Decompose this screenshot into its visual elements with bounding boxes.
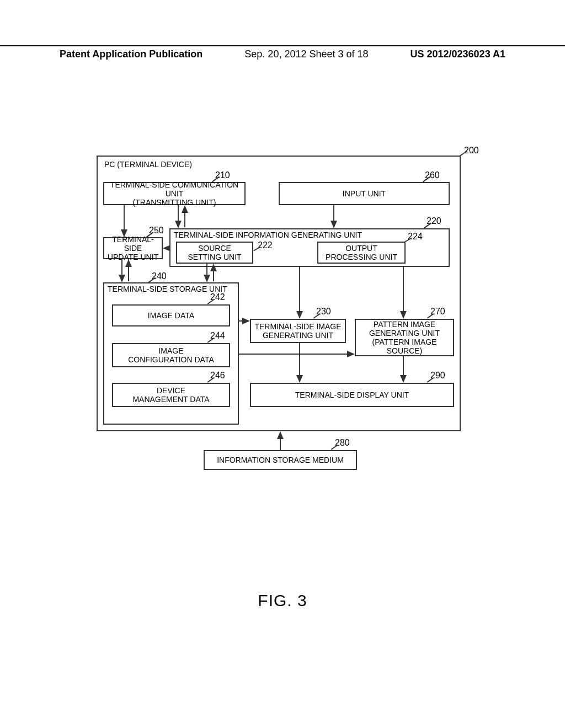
label-242: IMAGE DATA: [148, 311, 194, 320]
label-224: OUTPUT PROCESSING UNIT: [326, 244, 397, 261]
box-280: INFORMATION STORAGE MEDIUM: [204, 450, 357, 470]
box-244: IMAGE CONFIGURATION DATA: [112, 343, 230, 367]
label-246: DEVICE MANAGEMENT DATA: [132, 386, 209, 404]
box-246: DEVICE MANAGEMENT DATA: [112, 383, 230, 407]
label-280: INFORMATION STORAGE MEDIUM: [217, 456, 344, 464]
page-header: Patent Application Publication Sep. 20, …: [0, 45, 565, 60]
label-230: TERMINAL-SIDE IMAGE GENERATING UNIT: [254, 322, 341, 340]
ref-222: 222: [258, 240, 273, 250]
diagram: 200 PC (TERMINAL DEVICE) TERMINAL-SIDE C…: [97, 156, 461, 473]
label-290: TERMINAL-SIDE DISPLAY UNIT: [295, 390, 409, 399]
label-220: TERMINAL-SIDE INFORMATION GENERATING UNI…: [174, 231, 362, 239]
box-242: IMAGE DATA: [112, 304, 230, 326]
label-outer: PC (TERMINAL DEVICE): [104, 160, 192, 169]
box-230: TERMINAL-SIDE IMAGE GENERATING UNIT: [250, 319, 346, 343]
ref-280: 280: [335, 438, 350, 448]
label-210: TERMINAL-SIDE COMMUNICATION UNIT (TRANSM…: [106, 180, 242, 207]
header-middle: Sep. 20, 2012 Sheet 3 of 18: [244, 49, 368, 60]
figure-caption: FIG. 3: [0, 591, 565, 610]
label-244: IMAGE CONFIGURATION DATA: [128, 346, 214, 364]
box-224: OUTPUT PROCESSING UNIT: [317, 242, 406, 264]
header-left: Patent Application Publication: [60, 49, 202, 60]
ref-210: 210: [215, 170, 230, 180]
box-222: SOURCE SETTING UNIT: [176, 242, 253, 264]
ref-224: 224: [408, 232, 423, 242]
label-250: TERMINAL-SIDE UPDATE UNIT: [106, 235, 159, 261]
ref-240: 240: [152, 271, 167, 281]
box-290: TERMINAL-SIDE DISPLAY UNIT: [250, 383, 454, 407]
page: Patent Application Publication Sep. 20, …: [0, 0, 565, 728]
header-right: US 2012/0236023 A1: [411, 49, 505, 60]
box-250: TERMINAL-SIDE UPDATE UNIT: [103, 237, 163, 259]
label-222: SOURCE SETTING UNIT: [188, 244, 241, 261]
label-260: INPUT UNIT: [343, 189, 386, 198]
box-270: PATTERN IMAGE GENERATING UNIT (PATTERN I…: [355, 319, 454, 356]
box-260: INPUT UNIT: [279, 182, 450, 205]
label-240: TERMINAL-SIDE STORAGE UNIT: [108, 285, 227, 293]
box-210: TERMINAL-SIDE COMMUNICATION UNIT (TRANSM…: [103, 182, 246, 205]
label-270: PATTERN IMAGE GENERATING UNIT (PATTERN I…: [358, 320, 451, 355]
